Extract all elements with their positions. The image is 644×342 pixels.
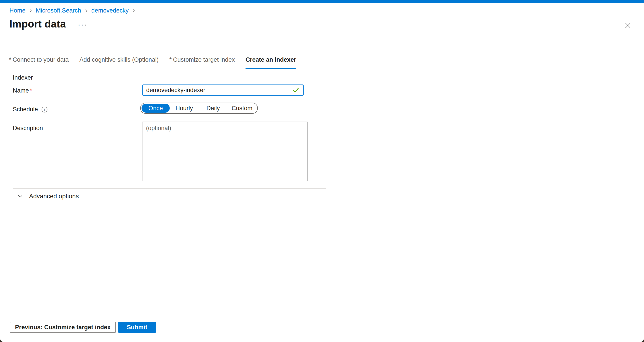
previous-step-button[interactable]: Previous: Customize target index bbox=[10, 322, 116, 332]
schedule-toggle-group: Once Hourly Daily Custom bbox=[140, 102, 258, 114]
tab-label: Customize target index bbox=[173, 56, 235, 63]
required-marker: * bbox=[9, 56, 12, 63]
info-icon[interactable]: i bbox=[42, 106, 48, 112]
top-accent-bar bbox=[0, 0, 644, 3]
name-label: Name* bbox=[13, 87, 32, 94]
description-label: Description bbox=[13, 125, 43, 132]
required-marker: * bbox=[169, 56, 172, 63]
name-input-container bbox=[142, 84, 304, 96]
chevron-right-icon bbox=[132, 9, 136, 13]
chevron-down-icon bbox=[17, 193, 23, 200]
divider bbox=[13, 205, 326, 205]
required-asterisk: * bbox=[30, 87, 32, 94]
schedule-option-once[interactable]: Once bbox=[142, 104, 170, 113]
schedule-option-hourly[interactable]: Hourly bbox=[170, 104, 198, 113]
advanced-options-label: Advanced options bbox=[29, 193, 79, 200]
schedule-label: Schedule i bbox=[13, 106, 48, 113]
breadcrumb-demovedecky[interactable]: demovedecky bbox=[92, 7, 129, 14]
close-icon[interactable] bbox=[624, 21, 632, 30]
import-data-panel: Home Microsoft.Search demovedecky Import… bbox=[0, 0, 644, 342]
tab-label: Create an indexer bbox=[246, 56, 296, 63]
breadcrumb-microsoft-search[interactable]: Microsoft.Search bbox=[36, 7, 81, 14]
tab-label: Add cognitive skills (Optional) bbox=[80, 56, 158, 63]
divider bbox=[13, 188, 326, 189]
tab-customize-target-index[interactable]: *Customize target index bbox=[169, 56, 235, 69]
chevron-right-icon bbox=[28, 9, 33, 13]
footer-divider bbox=[0, 313, 644, 314]
tab-connect-to-your-data[interactable]: *Connect to your data bbox=[9, 56, 69, 69]
tab-create-an-indexer[interactable]: Create an indexer bbox=[246, 56, 296, 69]
indexer-section-title: Indexer bbox=[13, 74, 33, 81]
page-title: Import data bbox=[10, 18, 66, 30]
submit-button[interactable]: Submit bbox=[118, 322, 156, 332]
schedule-option-daily[interactable]: Daily bbox=[198, 104, 228, 113]
breadcrumb: Home Microsoft.Search demovedecky bbox=[10, 7, 136, 14]
tab-add-cognitive-skills[interactable]: Add cognitive skills (Optional) bbox=[80, 56, 158, 69]
indexer-name-input[interactable] bbox=[143, 86, 292, 95]
chevron-right-icon bbox=[84, 9, 88, 13]
breadcrumb-home[interactable]: Home bbox=[10, 7, 26, 14]
advanced-options-toggle[interactable]: Advanced options bbox=[17, 193, 79, 200]
valid-check-icon bbox=[292, 86, 300, 94]
wizard-tabs: *Connect to your data Add cognitive skil… bbox=[9, 56, 296, 69]
more-actions-icon[interactable]: ··· bbox=[78, 20, 88, 28]
description-textarea[interactable] bbox=[142, 122, 308, 181]
schedule-option-custom[interactable]: Custom bbox=[228, 104, 256, 113]
tab-label: Connect to your data bbox=[13, 56, 69, 63]
